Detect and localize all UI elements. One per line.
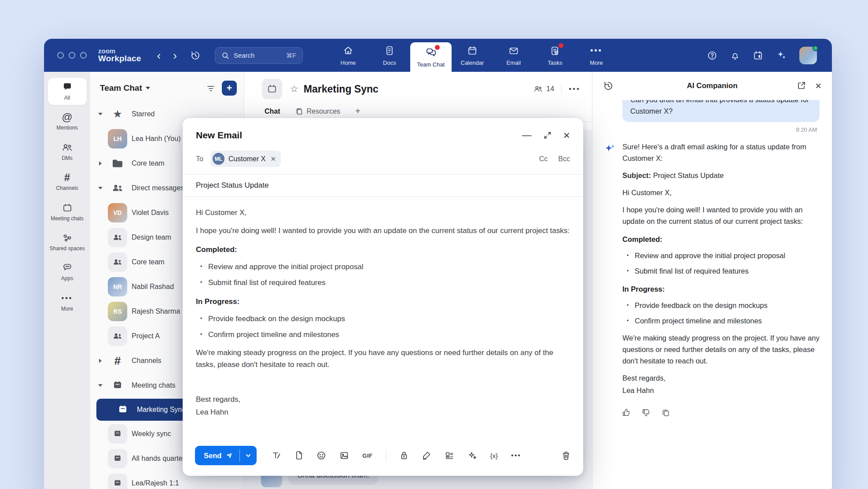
variables-icon[interactable]: {x} — [490, 452, 498, 459]
chat-filled-icon — [62, 82, 73, 93]
channel-title: Marketing Sync — [304, 83, 379, 95]
gif-icon[interactable]: GIF — [362, 452, 372, 459]
email-regards: Best regards, — [196, 393, 570, 405]
attach-file-icon[interactable] — [294, 451, 303, 460]
chevron-down-icon[interactable] — [97, 113, 103, 115]
copy-icon[interactable] — [661, 408, 670, 417]
chevron-down-icon[interactable] — [97, 384, 103, 387]
rail-item-meeting-chats[interactable]: Meeting chats — [48, 199, 87, 226]
forward-arrow-icon[interactable]: › — [169, 50, 180, 61]
ai-companion-panel: AI Companion × Can you draft an email th… — [592, 72, 832, 489]
tab-team-chat[interactable]: Team Chat — [410, 42, 452, 72]
add-tab-button[interactable]: + — [355, 106, 360, 116]
ai-inprogress-heading: In Progress: — [622, 283, 820, 295]
thumbs-down-icon[interactable] — [641, 408, 651, 417]
home-icon — [343, 45, 353, 56]
help-icon[interactable] — [707, 50, 717, 61]
minimize-window-circle[interactable] — [69, 52, 75, 59]
recipient-avatar: ML — [213, 153, 224, 165]
sidebar-title[interactable]: Team Chat — [100, 83, 142, 93]
people-icon — [108, 178, 127, 198]
email-greeting: Hi Customer X, — [196, 207, 570, 219]
close-icon[interactable]: × — [815, 81, 821, 91]
search-input[interactable]: Search ⌘F — [215, 47, 303, 64]
tab-resources[interactable]: Resources — [295, 107, 340, 115]
discard-draft-icon[interactable] — [561, 451, 571, 460]
ellipsis-icon: ••• — [62, 293, 73, 304]
chevron-right-icon[interactable] — [97, 359, 103, 363]
rail-item-dms[interactable]: DMs — [48, 138, 87, 165]
share-nodes-icon — [62, 233, 73, 243]
notifications-bell-icon[interactable] — [730, 50, 740, 61]
ai-body-intro: I hope you're doing well! I wanted to pr… — [622, 204, 820, 227]
signature-icon[interactable] — [422, 451, 431, 460]
more-tools-icon[interactable]: ••• — [511, 452, 521, 459]
ai-sparkle-icon — [603, 143, 616, 402]
modal-title: New Email — [196, 130, 242, 141]
remove-recipient-icon[interactable]: ✕ — [270, 155, 276, 163]
ai-closing: We're making steady progress on the proj… — [622, 332, 820, 367]
expand-icon[interactable] — [543, 131, 552, 140]
list-item: Review and approve the initial project p… — [199, 261, 570, 273]
tab-chat[interactable]: Chat — [265, 107, 280, 115]
tab-email[interactable]: Email — [493, 39, 534, 72]
thumbs-up-icon[interactable] — [622, 408, 631, 417]
chevron-right-icon[interactable] — [97, 161, 103, 166]
maximize-window-circle[interactable] — [80, 52, 87, 59]
apps-bubble-icon — [62, 263, 73, 273]
ai-compose-sparkle-icon[interactable] — [467, 451, 477, 460]
history-icon[interactable] — [190, 50, 201, 61]
star-outline-icon[interactable]: ☆ — [290, 84, 298, 94]
tab-home[interactable]: Home — [327, 39, 369, 72]
more-icon: ••• — [590, 45, 603, 56]
ai-history-icon[interactable] — [603, 81, 614, 91]
add-chat-button[interactable]: + — [222, 81, 237, 96]
list-item: Confirm project timeline and milestones — [625, 315, 820, 326]
rail-item-apps[interactable]: Apps — [48, 259, 87, 285]
send-split-button: Send — [195, 446, 257, 465]
email-body-editor[interactable]: Hi Customer X, I hope you're doing well!… — [183, 197, 583, 440]
chevron-down-icon[interactable] — [146, 87, 150, 89]
tab-more[interactable]: ••• More — [576, 39, 617, 72]
list-item: Provide feedback on the design mockups — [199, 313, 570, 325]
close-icon[interactable]: × — [563, 130, 570, 141]
message-timestamp: 9:20 AM — [603, 126, 817, 133]
ai-conversation[interactable]: Can you draft an email that provides a s… — [592, 100, 832, 489]
tab-calendar[interactable]: Calendar — [452, 39, 493, 72]
subject-field[interactable]: Project Status Update — [183, 174, 583, 197]
open-in-new-window-icon[interactable] — [797, 81, 806, 91]
insert-image-icon[interactable] — [339, 451, 349, 460]
zoom-workplace-logo: zoom Workplace — [98, 48, 141, 63]
rail-item-channels[interactable]: # Channels — [48, 168, 87, 195]
channel-more-icon[interactable]: ••• — [569, 85, 581, 93]
minimize-icon[interactable]: — — [522, 130, 532, 141]
avatar: RS — [108, 302, 127, 321]
send-options-dropdown[interactable] — [240, 446, 257, 465]
rail-item-more[interactable]: ••• More — [48, 289, 87, 316]
tab-tasks[interactable]: Tasks — [534, 39, 576, 72]
recipient-chip[interactable]: ML Customer X ✕ — [210, 151, 281, 167]
cc-button[interactable]: Cc — [539, 155, 548, 163]
encrypt-icon[interactable]: E — [400, 451, 408, 460]
bcc-button[interactable]: Bcc — [558, 155, 570, 163]
rail-item-all[interactable]: All — [48, 78, 87, 105]
rail-item-shared-spaces[interactable]: Shared spaces — [48, 229, 87, 256]
members-count[interactable]: 14 — [533, 85, 554, 93]
rail-item-mentions[interactable]: @ Mentions — [48, 108, 87, 135]
emoji-icon[interactable] — [316, 451, 326, 460]
back-arrow-icon[interactable]: ‹ — [154, 50, 165, 61]
close-window-circle[interactable] — [57, 52, 64, 59]
send-button[interactable]: Send — [195, 446, 239, 465]
calendar-date-icon[interactable] — [753, 50, 763, 61]
group-icon — [108, 228, 127, 247]
chevron-down-icon[interactable] — [97, 187, 103, 189]
ai-signature: Lea Hahn — [622, 385, 820, 396]
text-format-icon[interactable] — [272, 451, 281, 460]
filter-icon[interactable] — [206, 83, 216, 93]
user-avatar[interactable] — [799, 47, 817, 64]
email-closing: We're making steady progress on the proj… — [196, 347, 570, 370]
template-icon[interactable] — [445, 451, 454, 460]
ai-companion-sparkle-icon[interactable] — [776, 50, 787, 61]
window-traffic-lights[interactable] — [57, 52, 87, 59]
tab-docs[interactable]: Docs — [369, 39, 410, 72]
